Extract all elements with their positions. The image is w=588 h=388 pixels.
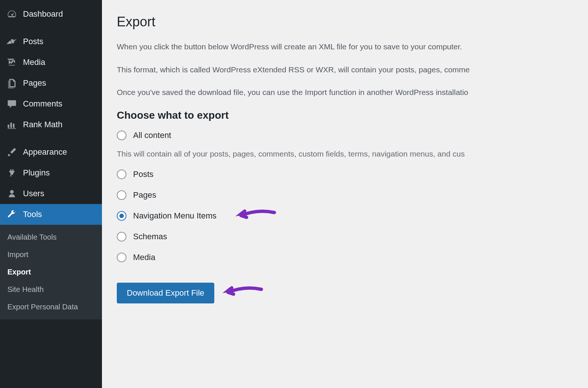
export-option-media[interactable]: Media <box>117 253 573 262</box>
export-option-posts[interactable]: Posts <box>117 170 573 179</box>
plug-icon <box>7 168 17 178</box>
menu-label: Media <box>23 57 45 67</box>
sidebar-item-rankmath[interactable]: Rank Math <box>0 114 102 135</box>
menu-label: Comments <box>23 99 62 109</box>
pin-icon <box>7 36 17 47</box>
all-content-description: This will contain all of your posts, pag… <box>117 149 573 158</box>
main-content: Export When you click the button below W… <box>102 0 588 388</box>
radio-label[interactable]: Pages <box>133 190 156 200</box>
intro-paragraph: When you click the button below WordPres… <box>117 41 573 53</box>
menu-label: Rank Math <box>23 120 62 129</box>
menu-label: Tools <box>23 210 42 219</box>
export-option-pages[interactable]: Pages <box>117 190 573 200</box>
sidebar-item-tools[interactable]: Tools <box>0 204 102 225</box>
radio-schemas[interactable] <box>117 232 126 241</box>
annotation-arrow-icon <box>219 282 263 304</box>
sidebar-item-media[interactable]: Media <box>0 52 102 73</box>
sidebar-item-users[interactable]: Users <box>0 183 102 204</box>
brush-icon <box>7 147 17 157</box>
export-option-schemas[interactable]: Schemas <box>117 232 573 241</box>
radio-pages[interactable] <box>117 190 126 200</box>
menu-label: Users <box>23 189 44 198</box>
submenu-item-available-tools[interactable]: Available Tools <box>0 228 102 246</box>
section-heading: Choose what to export <box>117 109 573 121</box>
sidebar-item-appearance[interactable]: Appearance <box>0 142 102 162</box>
pages-icon <box>7 78 17 88</box>
sidebar-item-comments[interactable]: Comments <box>0 93 102 114</box>
media-icon <box>7 57 17 68</box>
intro-paragraph: Once you've saved the download file, you… <box>117 86 573 98</box>
menu-label: Pages <box>23 78 46 88</box>
comment-icon <box>7 99 17 109</box>
menu-label: Plugins <box>23 168 50 178</box>
sidebar-item-dashboard[interactable]: Dashboard <box>0 4 102 24</box>
radio-navigation-menu-items[interactable] <box>117 211 126 221</box>
radio-all-content[interactable] <box>117 131 126 140</box>
radio-posts[interactable] <box>117 170 126 179</box>
tools-submenu: Available Tools Import Export Site Healt… <box>0 225 102 319</box>
user-icon <box>7 188 17 199</box>
radio-media[interactable] <box>117 253 126 262</box>
radio-label[interactable]: All content <box>133 131 171 140</box>
page-title: Export <box>117 14 573 30</box>
sidebar-item-pages[interactable]: Pages <box>0 73 102 93</box>
menu-label: Dashboard <box>23 9 63 19</box>
menu-label: Posts <box>23 37 43 46</box>
dashboard-icon <box>7 9 17 19</box>
export-option-all[interactable]: All content <box>117 131 573 140</box>
menu-label: Appearance <box>23 147 67 157</box>
sidebar-item-plugins[interactable]: Plugins <box>0 162 102 183</box>
radio-label[interactable]: Media <box>133 253 155 262</box>
download-export-file-button[interactable]: Download Export File <box>117 283 214 303</box>
radio-label[interactable]: Navigation Menu Items <box>133 211 217 221</box>
chart-icon <box>7 119 17 130</box>
intro-paragraph: This format, which is called WordPress e… <box>117 64 573 76</box>
submenu-item-import[interactable]: Import <box>0 246 102 263</box>
submenu-item-export-personal-data[interactable]: Export Personal Data <box>0 298 102 316</box>
submenu-item-export[interactable]: Export <box>0 263 102 281</box>
radio-label[interactable]: Posts <box>133 170 153 179</box>
wrench-icon <box>7 209 17 220</box>
admin-sidebar: Dashboard Posts Media Pages Comments Ran… <box>0 0 102 388</box>
submenu-item-site-health[interactable]: Site Health <box>0 281 102 298</box>
export-option-nav-menu-items[interactable]: Navigation Menu Items <box>117 211 573 221</box>
sidebar-item-posts[interactable]: Posts <box>0 31 102 52</box>
annotation-arrow-icon <box>232 205 276 227</box>
radio-label[interactable]: Schemas <box>133 232 167 241</box>
intro-text: When you click the button below WordPres… <box>117 41 573 98</box>
